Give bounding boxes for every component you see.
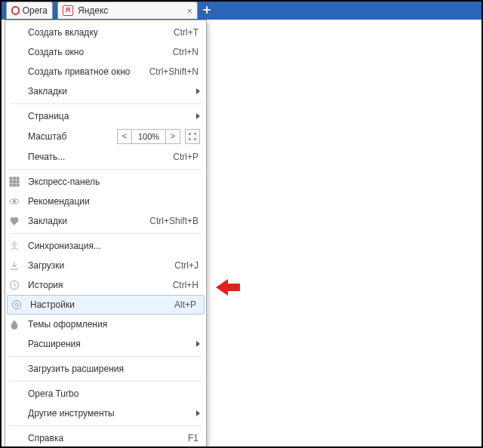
svg-point-13 [15, 303, 18, 306]
menu-new-window[interactable]: Создать окно Ctrl+N [5, 42, 206, 62]
menu-label: Opera Turbo [23, 388, 78, 399]
menu-separator [10, 169, 202, 170]
menu-themes[interactable]: Темы оформления [5, 315, 206, 334]
menu-bookmarks[interactable]: Закладки Ctrl+Shift+B [5, 211, 206, 231]
menu-downloads[interactable]: Загрузки Ctrl+J [5, 256, 206, 275]
submenu-arrow-icon [196, 113, 200, 119]
zoom-value: 100% [132, 129, 165, 144]
tab-yandex[interactable]: Я Яндекс × [57, 2, 198, 19]
download-icon [5, 260, 23, 271]
menu-opera-turbo[interactable]: Opera Turbo [5, 384, 206, 404]
menu-label: Расширения [23, 339, 81, 349]
yandex-icon: Я [63, 5, 73, 16]
menu-shortcut: Ctrl+P [173, 152, 206, 162]
tab-opera-menu[interactable]: Opera [6, 2, 53, 19]
menu-separator [10, 425, 202, 426]
callout-arrow-icon [216, 279, 240, 296]
svg-point-11 [13, 243, 17, 247]
svg-point-10 [14, 201, 16, 203]
tab-opera-label: Opera [23, 5, 48, 16]
new-tab-button[interactable]: + [199, 3, 214, 18]
menu-shortcut: Ctrl+J [174, 260, 206, 271]
svg-rect-7 [14, 184, 16, 186]
menu-shortcut: Ctrl+Shift+B [149, 216, 206, 226]
clock-icon [5, 280, 23, 290]
svg-rect-2 [17, 177, 19, 180]
menu-extensions-submenu[interactable]: Расширения [5, 334, 206, 354]
menu-print[interactable]: Печать... Ctrl+P [5, 147, 206, 167]
menu-sync[interactable]: Синхронизация... [5, 236, 206, 256]
fullscreen-button[interactable] [185, 129, 200, 144]
menu-label: Синхронизация... [23, 241, 101, 251]
gear-icon [8, 299, 26, 310]
svg-point-14 [13, 301, 21, 309]
menu-label: Справка [23, 433, 63, 443]
opera-main-menu: Создать вкладку Ctrl+T Создать окно Ctrl… [5, 20, 207, 448]
menu-label: Создать окно [23, 47, 84, 57]
zoom-in-button[interactable]: > [165, 129, 180, 144]
menu-label: Страница [23, 111, 69, 121]
menu-shortcut: Ctrl+H [173, 280, 206, 290]
submenu-arrow-icon [196, 341, 200, 347]
menu-label: История [23, 280, 63, 290]
zoom-out-button[interactable]: < [117, 129, 132, 144]
svg-rect-4 [14, 181, 16, 183]
menu-label: Печать... [23, 152, 65, 162]
menu-label: Загрузки [23, 260, 64, 271]
fullscreen-icon [189, 133, 196, 140]
svg-marker-15 [216, 279, 240, 296]
opera-icon [11, 6, 20, 15]
menu-shortcut: Ctrl+Shift+N [149, 66, 206, 77]
submenu-arrow-icon [196, 410, 200, 416]
menu-label: Создать вкладку [23, 27, 98, 38]
close-icon[interactable]: × [186, 5, 192, 17]
svg-rect-6 [10, 184, 12, 186]
heart-icon [5, 216, 23, 226]
menu-label: Закладки [23, 216, 67, 226]
menu-shortcut: F1 [188, 433, 206, 443]
menu-label: Создать приватное окно [23, 66, 131, 77]
zoom-label: Масштаб [28, 131, 66, 142]
menu-separator [10, 356, 202, 357]
drop-icon [5, 319, 23, 330]
menu-discover[interactable]: Рекомендации [5, 192, 206, 211]
menu-get-extensions[interactable]: Загрузить расширения [5, 359, 206, 379]
menu-label: Настройки [26, 299, 75, 310]
grid-icon [5, 176, 23, 187]
menu-label: Темы оформления [23, 319, 107, 330]
menu-bookmarks-submenu[interactable]: Закладки [5, 81, 206, 101]
eye-icon [5, 196, 23, 207]
menu-shortcut: Ctrl+N [173, 47, 206, 57]
svg-rect-8 [17, 184, 19, 186]
menu-history[interactable]: История Ctrl+H [5, 275, 206, 295]
menu-separator [10, 381, 202, 382]
menu-settings[interactable]: Настройки Alt+P [7, 295, 205, 315]
menu-page-submenu[interactable]: Страница [5, 106, 206, 126]
menu-help[interactable]: Справка F1 [5, 428, 206, 448]
menu-label: Загрузить расширения [23, 364, 124, 374]
menu-speed-dial[interactable]: Экспресс-панель [5, 172, 206, 192]
menu-shortcut: Alt+P [174, 299, 204, 310]
menu-zoom: Масштаб < 100% > [5, 126, 206, 147]
menu-separator [10, 233, 202, 234]
svg-rect-5 [17, 181, 19, 183]
menu-other-tools-submenu[interactable]: Другие инструменты [5, 404, 206, 423]
tab-strip: Opera Я Яндекс × + [2, 2, 481, 20]
menu-new-tab[interactable]: Создать вкладку Ctrl+T [5, 23, 206, 42]
menu-new-private-window[interactable]: Создать приватное окно Ctrl+Shift+N [5, 62, 206, 81]
svg-rect-0 [10, 177, 12, 180]
menu-label: Закладки [23, 86, 67, 97]
menu-label: Другие инструменты [23, 408, 115, 419]
svg-rect-1 [14, 177, 16, 180]
user-icon [5, 241, 23, 251]
menu-label: Экспресс-панель [23, 176, 100, 187]
menu-shortcut: Ctrl+T [174, 27, 206, 38]
tab-yandex-label: Яндекс [78, 5, 108, 16]
menu-separator [10, 103, 202, 104]
menu-label: Рекомендации [23, 196, 90, 207]
submenu-arrow-icon [196, 88, 200, 94]
svg-rect-3 [10, 181, 12, 183]
